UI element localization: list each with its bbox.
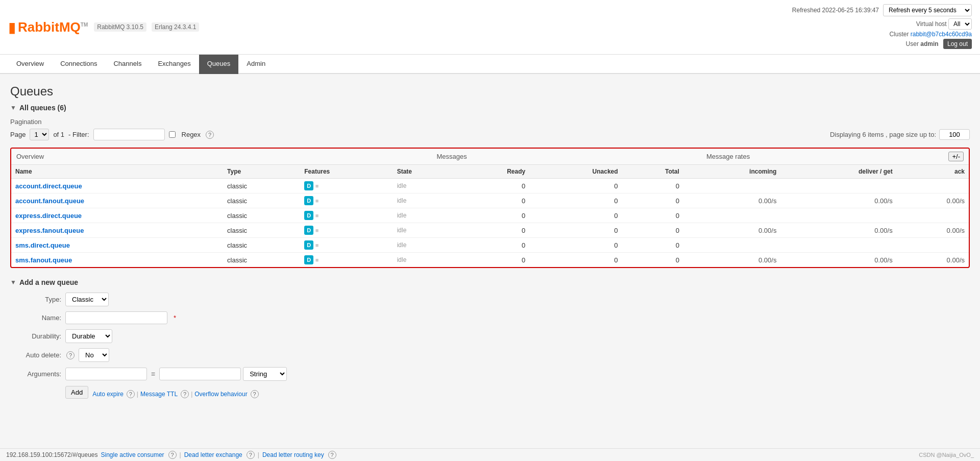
cell-type: classic — [223, 253, 300, 268]
message-ttl-help-icon[interactable]: ? — [181, 390, 189, 398]
auto-delete-label: Auto delete: — [10, 351, 61, 359]
arg-key-input[interactable] — [65, 368, 147, 380]
th-type: Type — [223, 165, 300, 179]
cell-type: classic — [223, 208, 300, 223]
message-ttl-link[interactable]: Message TTL — [140, 391, 178, 398]
cell-name[interactable]: account.fanout.queue — [11, 193, 223, 208]
page-title: Queues — [10, 84, 970, 99]
top-right-info: Refreshed 2022-06-25 16:39:47 Refresh ev… — [792, 4, 972, 50]
arguments-inputs: = String Number Boolean — [65, 367, 287, 381]
user-row: User admin Log out — [792, 39, 972, 49]
nav-overview[interactable]: Overview — [8, 55, 52, 74]
nav-exchanges[interactable]: Exchanges — [150, 55, 199, 74]
durability-select[interactable]: Durable Transient — [65, 329, 112, 343]
auto-delete-row: Auto delete: ? No Yes — [10, 348, 970, 362]
page-size-input[interactable] — [939, 129, 970, 140]
cell-incoming: 0.00/s — [683, 223, 781, 238]
nav-connections[interactable]: Connections — [52, 55, 105, 74]
table-row: express.direct.queue classic D ■ idle 0 … — [11, 208, 969, 223]
add-queue-button[interactable]: Add — [65, 386, 88, 399]
cell-unacked: 0 — [529, 223, 622, 238]
logo: ▮ RabbitMQTM — [8, 19, 88, 36]
cell-feature: D ■ — [300, 253, 393, 268]
messages-section-label: Messages — [436, 153, 467, 160]
cell-deliver-get — [780, 208, 896, 223]
nav-channels[interactable]: Channels — [105, 55, 150, 74]
add-queue-arrow-icon: ▼ — [10, 279, 16, 286]
cell-total: 0 — [622, 253, 683, 268]
table-row: sms.direct.queue classic D ■ idle 0 0 0 — [11, 238, 969, 253]
cell-type: classic — [223, 193, 300, 208]
auto-expire-link[interactable]: Auto expire — [92, 391, 124, 398]
cell-deliver-get: 0.00/s — [780, 253, 896, 268]
add-queue-header[interactable]: ▼ Add a new queue — [10, 278, 970, 286]
cell-feature: D ■ — [300, 193, 393, 208]
cell-total: 0 — [622, 193, 683, 208]
table-header-row: Overview Messages Message rates +/- — [11, 149, 969, 165]
cell-name[interactable]: sms.direct.queue — [11, 238, 223, 253]
cell-name[interactable]: sms.fanout.queue — [11, 253, 223, 268]
cell-total: 0 — [622, 238, 683, 253]
cell-feature: D ■ — [300, 223, 393, 238]
cell-deliver-get — [780, 179, 896, 193]
nav-admin[interactable]: Admin — [238, 55, 274, 74]
overflow-help-icon[interactable]: ? — [251, 390, 259, 398]
cell-unacked: 0 — [529, 238, 622, 253]
nav-queues[interactable]: Queues — [199, 55, 239, 74]
regex-checkbox[interactable] — [169, 131, 176, 138]
th-unacked: Unacked — [529, 165, 622, 179]
cell-incoming — [683, 238, 781, 253]
refresh-row: Refreshed 2022-06-25 16:39:47 Refresh ev… — [792, 4, 972, 16]
page-select[interactable]: 1 — [30, 129, 49, 140]
type-label: Type: — [10, 296, 61, 303]
cell-ready: 0 — [456, 179, 529, 193]
arg-type-select[interactable]: String Number Boolean — [243, 367, 287, 381]
cell-name[interactable]: express.fanout.queue — [11, 223, 223, 238]
displaying-info: Displaying 6 items , page size up to: — [830, 129, 970, 140]
pagination-section: Pagination Page 1 of 1 - Filter: Regex ?… — [10, 118, 970, 140]
queue-table-container: Overview Messages Message rates +/- Name… — [10, 148, 970, 268]
of-label: of 1 — [53, 131, 64, 138]
refresh-select[interactable]: Refresh every 5 seconds Refresh every 10… — [883, 4, 972, 16]
cell-name[interactable]: express.direct.queue — [11, 208, 223, 223]
cell-state: idle — [393, 179, 457, 193]
current-user: admin — [920, 40, 938, 47]
arg-value-input[interactable] — [159, 368, 241, 380]
name-input[interactable] — [65, 311, 167, 324]
cell-incoming: 0.00/s — [683, 193, 781, 208]
logout-button[interactable]: Log out — [943, 39, 972, 49]
overflow-link[interactable]: Overflow behaviour — [194, 391, 247, 398]
message-rates-section-label: Message rates — [706, 153, 750, 160]
cell-ready: 0 — [456, 238, 529, 253]
auto-delete-help-icon[interactable]: ? — [66, 351, 75, 359]
pagination-label: Pagination — [10, 118, 970, 126]
logo-text: RabbitMQTM — [18, 19, 88, 35]
cell-unacked: 0 — [529, 208, 622, 223]
th-features: Features — [300, 165, 393, 179]
arguments-label: Arguments: — [10, 370, 61, 378]
cell-state: idle — [393, 223, 457, 238]
vhost-row: Virtual host All — [792, 18, 972, 30]
nav-bar: Overview Connections Channels Exchanges … — [0, 55, 980, 74]
erlang-version: Erlang 24.3.4.1 — [152, 22, 199, 32]
cell-ack: 0.00/s — [897, 223, 969, 238]
th-incoming: incoming — [683, 165, 781, 179]
filter-input[interactable] — [93, 129, 165, 140]
cell-ack: 0.00/s — [897, 193, 969, 208]
all-queues-header[interactable]: ▼ All queues (6) — [10, 104, 970, 112]
queue-table: Name Type Features State Ready Unacked T… — [11, 165, 969, 267]
cluster-link[interactable]: rabbit@b7cb4c60cd9a — [911, 31, 972, 38]
table-row: sms.fanout.queue classic D ■ idle 0 0 0 … — [11, 253, 969, 268]
regex-help-icon[interactable]: ? — [206, 131, 214, 139]
th-deliver-get: deliver / get — [780, 165, 896, 179]
type-row: Type: Classic Quorum Stream — [10, 293, 970, 306]
auto-expire-help-icon[interactable]: ? — [127, 390, 135, 398]
cell-feature: D ■ — [300, 238, 393, 253]
cell-total: 0 — [622, 223, 683, 238]
column-toggle-button[interactable]: +/- — [948, 152, 964, 161]
type-select[interactable]: Classic Quorum Stream — [65, 293, 109, 306]
overview-section-label: Overview — [16, 153, 44, 160]
vhost-select[interactable]: All — [948, 18, 972, 30]
auto-delete-select[interactable]: No Yes — [79, 348, 109, 362]
cell-name[interactable]: account.direct.queue — [11, 179, 223, 193]
